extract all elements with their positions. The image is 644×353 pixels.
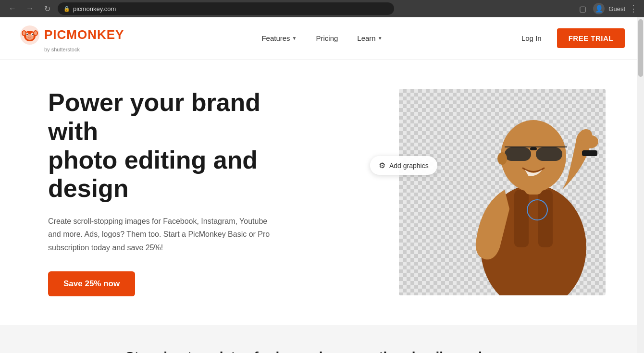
hero-image-container: ⚙ Add graphics [399, 89, 606, 295]
svg-rect-16 [505, 146, 567, 147]
hero-subtext: Create scroll-stopping images for Facebo… [48, 215, 279, 254]
nav-learn[interactable]: Learn ▼ [347, 30, 392, 46]
hero-left-content: Power your brand with photo editing and … [48, 88, 317, 296]
nav-right-actions: Log In FREE TRIAL [514, 28, 625, 48]
svg-point-20 [581, 135, 598, 148]
refresh-button[interactable]: ↻ [40, 2, 54, 15]
hero-person-figure [452, 94, 615, 295]
logo-top: PICMONKEY [19, 24, 124, 46]
bottom-heading: Stunning templates for logos, banners, t… [19, 349, 625, 353]
back-button[interactable]: ← [6, 2, 19, 15]
logo-monkey-icon [19, 24, 40, 46]
address-bar[interactable]: 🔒 picmonkey.com [58, 2, 394, 15]
url-text: picmonkey.com [73, 5, 116, 12]
scrollbar-track[interactable] [637, 17, 644, 353]
nav-links: Features ▼ Pricing Learn ▼ [252, 30, 392, 46]
svg-rect-17 [505, 147, 531, 161]
lock-icon: 🔒 [63, 6, 70, 12]
learn-chevron-icon: ▼ [378, 36, 383, 41]
guest-label: Guest [608, 5, 625, 12]
hero-heading: Power your brand with photo editing and … [48, 88, 317, 203]
svg-point-22 [497, 152, 507, 165]
login-button[interactable]: Log In [514, 30, 549, 46]
tab-icon-button[interactable]: ▢ [576, 2, 589, 15]
gear-icon: ⚙ [379, 161, 385, 170]
browser-chrome: ← → ↻ 🔒 picmonkey.com ▢ 👤 Guest ⋮ [0, 0, 644, 17]
hero-right-visual: ⚙ Add graphics [317, 89, 606, 295]
hero-section: Power your brand with photo editing and … [0, 60, 644, 325]
bottom-section: Stunning templates for logos, banners, t… [0, 325, 644, 353]
add-graphics-label: Add graphics [389, 162, 429, 170]
nav-features[interactable]: Features ▼ [252, 30, 306, 46]
more-options-button[interactable]: ⋮ [629, 3, 638, 14]
forward-button[interactable]: → [23, 2, 37, 15]
logo-area[interactable]: PICMONKEY by shutterstock [19, 24, 124, 52]
nav-pricing[interactable]: Pricing [306, 30, 347, 46]
svg-point-5 [26, 34, 28, 35]
svg-rect-12 [514, 190, 529, 247]
svg-point-9 [23, 31, 25, 35]
logo-subtitle: by shutterstock [44, 47, 80, 52]
free-trial-button[interactable]: FREE TRIAL [557, 28, 625, 48]
scrollbar-thumb[interactable] [638, 19, 643, 77]
profile-avatar[interactable]: 👤 [593, 3, 605, 14]
browser-right-controls: ▢ 👤 Guest ⋮ [576, 2, 638, 15]
site-navigation: PICMONKEY by shutterstock Features ▼ Pri… [0, 17, 644, 60]
add-graphics-tooltip: ⚙ Add graphics [370, 156, 437, 175]
svg-rect-19 [530, 147, 537, 150]
svg-rect-21 [582, 150, 597, 156]
svg-point-10 [34, 31, 37, 35]
svg-rect-18 [536, 147, 562, 161]
save-button[interactable]: Save 25% now [48, 271, 135, 296]
features-chevron-icon: ▼ [292, 36, 297, 41]
logo-text: PICMONKEY [44, 27, 124, 42]
